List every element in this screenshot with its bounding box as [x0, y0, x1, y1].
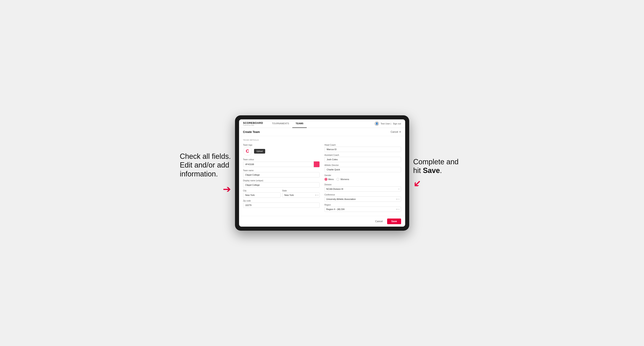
head-coach-input[interactable] [324, 147, 401, 152]
display-name-group: Display name (unique) [243, 179, 320, 187]
division-dropdown-wrap: NCAA Division III ▾ [324, 186, 401, 192]
city-group: City [243, 189, 280, 198]
form-right: Head Coach Assistant Coach Athletic Dire… [324, 144, 401, 212]
gender-row: Mens Womens [324, 177, 401, 181]
annotation-right-line1: Complete and [413, 158, 459, 166]
conference-clear-icon[interactable]: ✕ [396, 198, 398, 200]
zip-group: Zip code [243, 200, 320, 208]
annotation-line1: Check all fields. [180, 152, 231, 161]
annotation-right-line2-plain: hit [413, 166, 423, 174]
region-clear-icon[interactable]: ✕ [396, 208, 398, 210]
region-group: Region Region II - (M) DIII ✕ ▾ [324, 204, 401, 212]
tablet-frame: SCOREBOARD Powered by clippi TOURNAMENTS… [235, 115, 409, 231]
page-header: Create Team Cancel ✕ [239, 128, 405, 136]
assistant-coach-input[interactable] [324, 157, 401, 162]
color-swatch[interactable] [314, 161, 320, 167]
team-name-input[interactable] [243, 172, 320, 177]
athletic-director-label: Athletic Director [324, 164, 401, 166]
annotation-right-line2-end: . [440, 166, 442, 174]
city-label: City [243, 189, 280, 192]
annotation-line3: information. [180, 170, 218, 178]
assistant-coach-group: Assistant Coach [324, 154, 401, 162]
form-content: TEAM DETAILS Team logo C Upload [239, 136, 405, 216]
annotation-line2: Edit and/or add [180, 161, 229, 169]
city-state-row: City State New York ✕ [243, 189, 320, 198]
conference-label: Conference [324, 194, 401, 196]
radio-womens-dot [336, 178, 339, 181]
signout-button[interactable]: Sign out [393, 122, 401, 125]
save-button[interactable]: Save [387, 218, 401, 224]
state-select-wrap: New York ✕ ▾ [282, 192, 320, 198]
radio-mens-dot [324, 178, 327, 181]
state-label: State [282, 189, 320, 192]
right-annotation: Complete and hit Save. [413, 158, 459, 175]
region-select[interactable]: Region II - (M) DIII [326, 207, 396, 212]
cancel-x-button[interactable]: Cancel ✕ [390, 131, 401, 133]
tab-teams[interactable]: TEAMS [292, 119, 307, 128]
conference-group: Conference University Athletic Associati… [324, 194, 401, 202]
division-select[interactable]: NCAA Division III [326, 186, 398, 191]
team-name-label: Team name [243, 169, 320, 172]
team-name-group: Team name [243, 169, 320, 177]
display-name-input[interactable] [243, 182, 320, 187]
nav-tabs: TOURNAMENTS TEAMS [268, 119, 374, 128]
region-label: Region [324, 204, 401, 206]
form-left: Team logo C Upload Team colour [243, 144, 320, 212]
display-name-label: Display name (unique) [243, 179, 320, 182]
team-colour-label: Team colour [243, 159, 320, 161]
left-arrow-icon: ➔ [223, 184, 231, 194]
top-nav: SCOREBOARD Powered by clippi TOURNAMENTS… [239, 119, 405, 128]
conference-dropdown-wrap: University Athletic Association ✕ ▾ [324, 196, 401, 202]
gender-label: Gender [324, 174, 401, 176]
annotation-right-line2-bold: Save [423, 166, 440, 174]
state-select[interactable]: New York [284, 193, 315, 197]
left-annotation: Check all fields. Edit and/or add inform… [180, 152, 231, 178]
page-title: Create Team [243, 130, 260, 134]
tab-tournaments[interactable]: TOURNAMENTS [268, 119, 292, 128]
zip-input[interactable] [243, 202, 320, 208]
city-input[interactable] [243, 192, 280, 198]
logo-area: SCOREBOARD Powered by clippi [243, 121, 263, 126]
form-footer: Cancel Save [239, 216, 405, 227]
division-arrow-icon: ▾ [398, 188, 399, 190]
state-clear-icon[interactable]: ✕ [315, 194, 317, 196]
head-coach-group: Head Coach [324, 144, 401, 152]
color-field-wrap [243, 161, 320, 167]
division-label: Division [324, 183, 401, 186]
team-logo-group: Team logo C Upload [243, 144, 320, 157]
gender-mens-option[interactable]: Mens [324, 178, 334, 181]
team-colour-group: Team colour [243, 159, 320, 167]
user-label: Test User | [381, 122, 391, 125]
head-coach-label: Head Coach [324, 144, 401, 146]
region-arrow-icon: ▾ [398, 208, 399, 210]
city-state-group: City State New York ✕ [243, 189, 320, 198]
user-avatar: 👤 [374, 121, 379, 126]
logo-upload-area: C Upload [243, 147, 320, 156]
conference-select[interactable]: University Athletic Association [326, 197, 396, 201]
logo-text: SCOREBOARD [243, 121, 263, 124]
state-group: State New York ✕ ▾ [282, 189, 320, 198]
tablet-screen: SCOREBOARD Powered by clippi TOURNAMENTS… [239, 119, 405, 227]
conference-arrow-icon: ▾ [398, 198, 399, 200]
athletic-director-group: Athletic Director [324, 164, 401, 172]
logo-sub: Powered by clippi [243, 124, 263, 126]
team-logo-label: Team logo [243, 144, 320, 146]
region-dropdown-wrap: Region II - (M) DIII ✕ ▾ [324, 207, 401, 212]
state-arrow-icon: ▾ [318, 194, 318, 196]
athletic-director-input[interactable] [324, 167, 401, 172]
gender-group: Gender Mens Womens [324, 174, 401, 181]
gender-womens-option[interactable]: Womens [336, 178, 349, 181]
right-arrow-icon: ➔ [411, 177, 424, 190]
nav-right: 👤 Test User | Sign out [374, 121, 401, 126]
cancel-button[interactable]: Cancel [373, 219, 385, 224]
division-group: Division NCAA Division III ▾ [324, 183, 401, 192]
logo-circle: C [243, 147, 252, 156]
upload-button[interactable]: Upload [254, 149, 266, 154]
form-grid: Team logo C Upload Team colour [243, 144, 401, 212]
assistant-coach-label: Assistant Coach [324, 154, 401, 156]
section-label: TEAM DETAILS [243, 139, 401, 141]
team-colour-input[interactable] [243, 162, 314, 167]
zip-label: Zip code [243, 200, 320, 202]
